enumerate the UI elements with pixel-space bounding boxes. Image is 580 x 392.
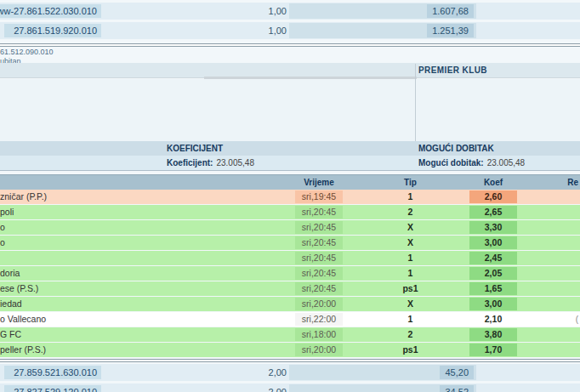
bet-row[interactable]: ese (P.S.) sri,20:45 ps1 1,65	[0, 281, 580, 296]
bet-row[interactable]: iedad sri,20:00 X 3,00	[0, 297, 580, 311]
bet-tip: X	[361, 297, 459, 311]
moguci-dobitak-label: Mogući dobitak:	[418, 158, 484, 168]
match-name: zničar (P.P.)	[0, 190, 276, 204]
ticket-payout-band: 45,20	[289, 365, 476, 380]
bet-koef-cell: 1,70	[459, 343, 527, 357]
bet-koef-cell: 3,80	[459, 327, 527, 342]
bet-koef-cell: 3,00	[459, 297, 527, 311]
bet-tip: X	[361, 236, 459, 250]
bet-result-cell	[527, 297, 580, 311]
match-time-cell: sri,20:00	[276, 297, 361, 311]
match-name: poli	[0, 205, 276, 219]
ticket-payout: 34,52	[440, 385, 474, 392]
koeficijent-value: 23.005,48	[216, 158, 254, 168]
premier-klub-title: PREMIER KLUB	[418, 63, 487, 77]
bet-koef-cell: 2,60	[459, 190, 527, 204]
koeficijent-header: KOEFICIJENT	[167, 141, 223, 156]
bet-tip: 2	[361, 327, 459, 342]
ticket-summary-row[interactable]: 27.859.521.630.010 2,00 45,20	[0, 364, 580, 381]
ticket-number[interactable]: 27.827.529.120.010	[4, 385, 101, 392]
moguci-dobitak-value: 23.005,48	[487, 158, 526, 168]
bet-row[interactable]: doria sri,20:45 1 2,05	[0, 266, 580, 281]
bet-row[interactable]: o sri,20:45 X 3,00	[0, 236, 580, 250]
match-name: G FC	[0, 327, 276, 342]
match-name: doria	[0, 266, 276, 281]
bet-result-cell	[527, 251, 580, 265]
match-time: sri,20:45	[295, 282, 343, 295]
bet-result-cell: (	[527, 312, 580, 327]
bet-koef: 3,80	[469, 328, 517, 341]
ticket-payout: 45,20	[440, 366, 474, 379]
bet-koef-cell: 2,65	[459, 205, 527, 219]
bet-koef: 1,70	[469, 344, 517, 356]
bet-koef: 2,60	[469, 190, 517, 203]
match-name: o Vallecano	[0, 312, 276, 327]
separator-bottom	[0, 359, 580, 362]
ticket-number[interactable]: 27.861.519.920.010	[4, 24, 101, 37]
bet-koef: 3,30	[469, 221, 517, 234]
bet-koef: 2,10	[469, 313, 517, 326]
bet-koef-cell: 3,00	[459, 236, 527, 250]
betting-ticket-page: www-27.861.522.030.010 1,00 1.607,68 27.…	[0, 0, 580, 392]
bet-tip: X	[361, 220, 459, 235]
ticket-summary-row[interactable]: www-27.861.522.030.010 1,00 1.607,68	[0, 3, 580, 20]
bet-result-cell	[527, 327, 580, 342]
bet-row[interactable]: poli sri,20:45 2 2,65	[0, 205, 580, 219]
ticket-payout: 1.251,39	[427, 24, 474, 37]
empty-panel	[0, 79, 580, 141]
match-time: sri,20:45	[295, 252, 343, 264]
ticket-payout: 1.607,68	[427, 4, 474, 18]
match-name: iedad	[0, 297, 276, 311]
match-time: sri,20:00	[295, 298, 343, 310]
ticket-payout-band: 1.251,39	[289, 23, 476, 38]
match-name: o	[0, 220, 276, 235]
match-name	[0, 251, 276, 265]
ticket-number[interactable]: www-27.861.522.030.010	[0, 4, 101, 18]
bet-row[interactable]: o sri,20:45 X 3,30	[0, 220, 580, 235]
koeficijent-label: Koeficijent:	[167, 158, 213, 168]
bet-row[interactable]: peller (P.S.) sri,20:00 ps1 1,70	[0, 343, 580, 357]
match-name: peller (P.S.)	[0, 343, 276, 357]
match-time: sri,22:00	[295, 313, 343, 326]
bet-result-cell	[527, 343, 580, 357]
bet-row[interactable]: o Vallecano sri,22:00 1 2,10 (	[0, 312, 580, 327]
bet-result-cell	[527, 190, 580, 204]
match-time-cell: sri,20:45	[276, 220, 361, 235]
match-time: sri,18:00	[295, 328, 343, 341]
bet-row[interactable]: sri,20:45 1 2,45	[0, 251, 580, 265]
bet-tip: 2	[361, 205, 459, 219]
match-time-cell: sri,19:45	[276, 190, 361, 204]
ticket-stake: 2,00	[269, 383, 287, 392]
match-time: sri,19:45	[295, 190, 343, 203]
bet-koef: 3,00	[469, 236, 517, 249]
top-tickets: www-27.861.522.030.010 1,00 1.607,68 27.…	[0, 3, 580, 42]
ticket-stake: 2,00	[269, 364, 287, 381]
bet-result-cell	[527, 266, 580, 281]
ticket-payout-band: 1.607,68	[289, 3, 476, 19]
bet-koef: 3,00	[469, 298, 517, 310]
bet-row[interactable]: zničar (P.P.) sri,19:45 1 2,60	[0, 190, 580, 204]
match-name: o	[0, 236, 276, 250]
bet-koef: 2,65	[469, 206, 517, 219]
bet-tip: 1	[361, 266, 459, 281]
bet-koef-cell: 2,05	[459, 266, 527, 281]
bet-result: (	[576, 315, 578, 324]
ticket-summary-row[interactable]: 27.827.529.120.010 2,00 34,52	[0, 383, 580, 392]
bet-tip: 1	[361, 312, 459, 327]
match-time: sri,20:45	[295, 206, 343, 219]
bet-tip: ps1	[361, 343, 459, 357]
bottom-tickets: 27.859.521.630.010 2,00 45,20 27.827.529…	[0, 364, 580, 392]
bet-row[interactable]: G FC sri,18:00 2 3,80	[0, 327, 580, 342]
match-time-cell: sri,20:45	[276, 251, 361, 265]
summary-header-row: KOEFICIJENT MOGUĆI DOBITAK	[0, 141, 580, 156]
match-time: sri,20:45	[295, 267, 343, 280]
summary-values-row: Koeficijent:23.005,48 Mogući dobitak:23.…	[0, 156, 580, 171]
ticket-summary-row[interactable]: 27.861.519.920.010 1,00 1.251,39	[0, 22, 580, 39]
column-header-result: Re	[527, 175, 580, 190]
match-name: ese (P.S.)	[0, 281, 276, 296]
column-header-koef: Koef	[459, 175, 527, 190]
match-time-cell: sri,20:00	[276, 343, 361, 357]
ticket-number[interactable]: 27.859.521.630.010	[4, 366, 101, 379]
bet-koef: 2,45	[469, 252, 517, 264]
bet-tip: ps1	[361, 281, 459, 296]
